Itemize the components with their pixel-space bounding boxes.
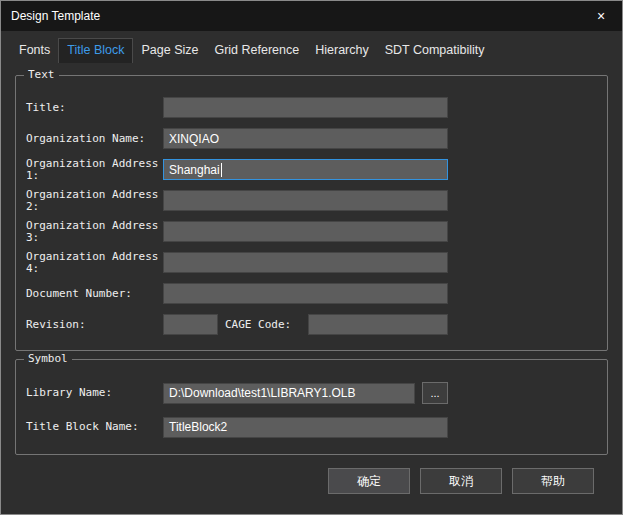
- titlebar: Design Template ×: [1, 1, 622, 31]
- tab-grid-reference[interactable]: Grid Reference: [206, 39, 307, 63]
- tab-bar: Fonts Title Block Page Size Grid Referen…: [1, 31, 622, 63]
- org-addr1-label: Organization Address 1:: [26, 158, 163, 182]
- tab-page-size[interactable]: Page Size: [133, 39, 206, 63]
- org-name-input[interactable]: XINQIAO: [163, 128, 448, 149]
- tab-hierarchy[interactable]: Hierarchy: [307, 39, 377, 63]
- doc-number-input[interactable]: [163, 283, 448, 304]
- title-block-name-input[interactable]: TitleBlock2: [163, 417, 448, 438]
- field-row-org-name: Organization Name: XINQIAO: [26, 123, 597, 154]
- field-row-doc-number: Document Number:: [26, 278, 597, 309]
- tab-sdt-compatibility[interactable]: SDT Compatibility: [377, 39, 493, 63]
- org-addr3-label: Organization Address 3:: [26, 220, 163, 244]
- library-name-input[interactable]: D:\Download\test1\LIBRARY1.OLB: [163, 383, 415, 404]
- field-row-library-name: Library Name: D:\Download\test1\LIBRARY1…: [26, 376, 597, 410]
- title-label: Title:: [26, 102, 163, 114]
- doc-number-label: Document Number:: [26, 288, 163, 300]
- field-row-org-addr2: Organization Address 2:: [26, 185, 597, 216]
- tab-fonts[interactable]: Fonts: [11, 39, 58, 63]
- field-row-org-addr1: Organization Address 1: Shanghai: [26, 154, 597, 185]
- org-addr4-label: Organization Address 4:: [26, 251, 163, 275]
- design-template-dialog: Design Template × Fonts Title Block Page…: [0, 0, 623, 515]
- org-addr3-input[interactable]: [163, 221, 448, 242]
- cage-code-label: CAGE Code:: [225, 318, 308, 331]
- close-icon[interactable]: ×: [590, 5, 612, 27]
- cancel-button[interactable]: 取消: [420, 468, 502, 494]
- ok-button[interactable]: 确定: [328, 468, 410, 494]
- tab-title-block[interactable]: Title Block: [58, 38, 133, 63]
- dialog-button-row: 确定 取消 帮助: [15, 455, 608, 494]
- symbol-group-label: Symbol: [24, 352, 72, 365]
- field-row-revision: Revision: CAGE Code:: [26, 309, 597, 340]
- text-group: Text Title: Organization Name: XINQIAO O…: [15, 75, 608, 351]
- field-row-title: Title:: [26, 92, 597, 123]
- title-block-name-label: Title Block Name:: [26, 421, 163, 433]
- org-addr1-input[interactable]: Shanghai: [163, 159, 448, 180]
- org-name-label: Organization Name:: [26, 133, 163, 145]
- cage-code-input[interactable]: [308, 314, 448, 335]
- text-group-label: Text: [24, 68, 59, 81]
- revision-input[interactable]: [163, 314, 218, 335]
- org-addr2-label: Organization Address 2:: [26, 189, 163, 213]
- help-button[interactable]: 帮助: [512, 468, 594, 494]
- window-title: Design Template: [11, 9, 100, 23]
- org-addr4-input[interactable]: [163, 252, 448, 273]
- dialog-content: Text Title: Organization Name: XINQIAO O…: [1, 63, 622, 494]
- browse-button[interactable]: ...: [422, 382, 448, 404]
- symbol-group: Symbol Library Name: D:\Download\test1\L…: [15, 359, 608, 455]
- field-row-title-block-name: Title Block Name: TitleBlock2: [26, 410, 597, 444]
- library-name-label: Library Name:: [26, 387, 163, 399]
- org-addr2-input[interactable]: [163, 190, 448, 211]
- field-row-org-addr3: Organization Address 3:: [26, 216, 597, 247]
- title-input[interactable]: [163, 97, 448, 118]
- field-row-org-addr4: Organization Address 4:: [26, 247, 597, 278]
- revision-label: Revision:: [26, 319, 163, 331]
